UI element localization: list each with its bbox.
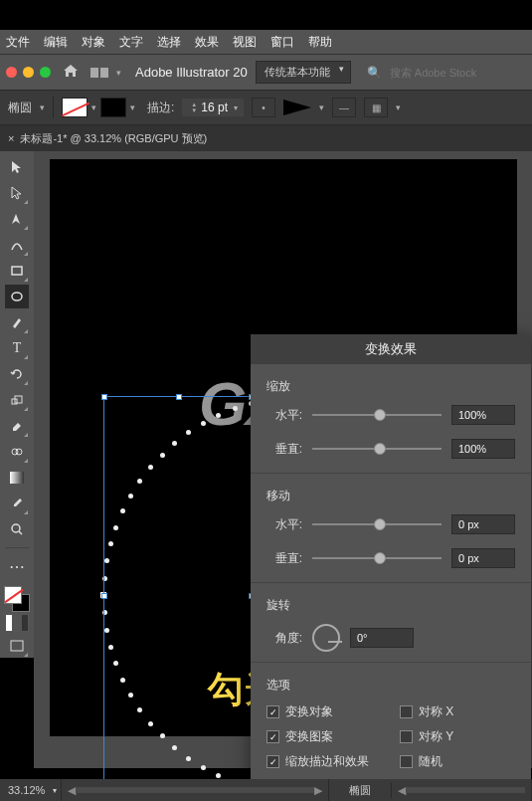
move-v-label: 垂直: (266, 550, 302, 567)
edit-toolbar-icon[interactable]: ⋯ (5, 554, 29, 578)
angle-dial[interactable] (312, 624, 340, 652)
svg-rect-0 (12, 267, 22, 275)
menu-window[interactable]: 窗口 (270, 34, 294, 51)
type-tool[interactable]: T (5, 336, 29, 360)
eyedropper-tool[interactable] (5, 492, 29, 515)
dialog-title: 变换效果 (251, 334, 531, 364)
svg-rect-6 (10, 472, 24, 484)
transform-patterns-checkbox[interactable] (266, 730, 279, 743)
status-bar: 33.12% ◀▶ 椭圆 ◀ (0, 779, 532, 801)
reflect-x-checkbox[interactable] (400, 705, 413, 718)
paintbrush-tool[interactable] (5, 310, 29, 334)
zoom-tool[interactable] (5, 517, 29, 541)
move-v-input[interactable] (451, 548, 515, 568)
rotate-section-label: 旋转 (266, 597, 515, 614)
move-section-label: 移动 (266, 488, 515, 504)
angle-label: 角度: (266, 630, 302, 647)
menu-type[interactable]: 文字 (119, 34, 143, 51)
rotate-tool[interactable] (5, 362, 29, 386)
search-input[interactable] (390, 67, 499, 79)
menu-file[interactable]: 文件 (6, 34, 30, 51)
scale-v-label: 垂直: (266, 441, 302, 458)
scale-v-input[interactable] (451, 439, 515, 459)
stroke-profile-start[interactable]: • (252, 98, 275, 117)
zoom-dropdown[interactable]: 33.12% (0, 779, 62, 801)
app-name-label: Adobe Illustrator 20 (135, 65, 248, 80)
gradient-tool[interactable] (5, 466, 29, 490)
svg-rect-9 (11, 641, 23, 651)
pen-tool[interactable] (5, 207, 29, 231)
menu-edit[interactable]: 编辑 (44, 34, 68, 51)
scale-h-input[interactable] (451, 405, 515, 425)
direct-selection-tool[interactable] (5, 181, 29, 205)
selection-bounds (103, 396, 253, 794)
search-icon: 🔍 (367, 66, 382, 80)
move-h-label: 水平: (266, 516, 302, 533)
selection-tool[interactable] (5, 155, 29, 179)
control-bar: 椭圆 ▾ ▾ ▾ 描边: ▲▼ 16 pt ▾ • ▾ — ▦ ▾ (0, 90, 532, 125)
stroke-size-field[interactable]: ▲▼ 16 pt ▾ (182, 99, 244, 116)
align-panel-icon[interactable]: ▦ (364, 98, 388, 117)
ellipse-tool[interactable] (5, 285, 29, 308)
stroke-swatch[interactable] (100, 98, 126, 117)
fill-swatch[interactable] (62, 98, 88, 117)
window-controls (6, 67, 51, 78)
variable-width-profile[interactable] (283, 100, 311, 115)
transform-effect-dialog: 变换效果 缩放 水平: 垂直: 移动 水平: (251, 334, 531, 801)
close-window[interactable] (6, 67, 17, 78)
change-screen-mode[interactable] (5, 634, 29, 658)
close-tab-icon[interactable]: × (8, 132, 14, 144)
rectangle-tool[interactable] (5, 259, 29, 283)
move-h-input[interactable] (451, 514, 515, 534)
brush-definition[interactable]: — (332, 98, 356, 117)
scale-strokes-checkbox[interactable] (266, 755, 279, 768)
menu-select[interactable]: 选择 (157, 34, 181, 51)
reflect-y-checkbox[interactable] (400, 730, 413, 743)
fill-stroke-swatches[interactable] (4, 586, 30, 612)
menu-view[interactable]: 视图 (233, 34, 257, 51)
curvature-tool[interactable] (5, 233, 29, 257)
navigator-slider[interactable]: ◀▶ (62, 779, 329, 801)
svg-point-1 (12, 293, 22, 300)
shape-builder-tool[interactable] (5, 440, 29, 464)
menu-object[interactable]: 对象 (82, 34, 105, 51)
scale-h-slider[interactable] (312, 414, 442, 416)
svg-line-8 (19, 531, 22, 534)
scale-h-label: 水平: (266, 407, 302, 424)
svg-point-7 (12, 524, 20, 532)
arrange-documents-icon[interactable] (90, 68, 108, 78)
canvas[interactable]: GXI网 system.com 勾选预览 变换效果 缩放 水平: (34, 151, 532, 768)
maximize-window[interactable] (40, 67, 51, 78)
scale-tool[interactable] (5, 388, 29, 412)
workspace-dropdown[interactable]: 传统基本功能 (256, 61, 351, 84)
svg-point-5 (16, 449, 22, 455)
move-h-slider[interactable] (312, 523, 442, 525)
shape-label: 椭圆 (8, 100, 32, 116)
menu-effect[interactable]: 效果 (195, 34, 219, 51)
transform-objects-checkbox[interactable] (266, 705, 279, 718)
home-icon[interactable] (63, 64, 79, 82)
eraser-tool[interactable] (5, 414, 29, 438)
menu-bar: 文件 编辑 对象 文字 选择 效果 视图 窗口 帮助 (0, 30, 532, 54)
scale-v-slider[interactable] (312, 448, 442, 450)
options-section-label: 选项 (266, 677, 515, 694)
navigator-slider-2[interactable]: ◀ (392, 779, 532, 801)
minimize-window[interactable] (23, 67, 34, 78)
menu-help[interactable]: 帮助 (308, 34, 332, 51)
move-v-slider[interactable] (312, 557, 442, 559)
app-bar: ▾ Adobe Illustrator 20 传统基本功能 🔍 (0, 54, 532, 90)
document-tabs: × 未标题-1* @ 33.12% (RGB/GPU 预览) (0, 125, 532, 151)
toolbox: T ⋯ (0, 151, 34, 658)
scale-section-label: 缩放 (266, 378, 515, 395)
stroke-label: 描边: (147, 100, 174, 116)
draw-mode[interactable] (5, 614, 29, 632)
random-checkbox[interactable] (400, 755, 413, 768)
document-tab[interactable]: 未标题-1* @ 33.12% (RGB/GPU 预览) (20, 131, 207, 146)
angle-input[interactable] (350, 628, 414, 648)
status-tool-label: 椭圆 (329, 783, 392, 798)
